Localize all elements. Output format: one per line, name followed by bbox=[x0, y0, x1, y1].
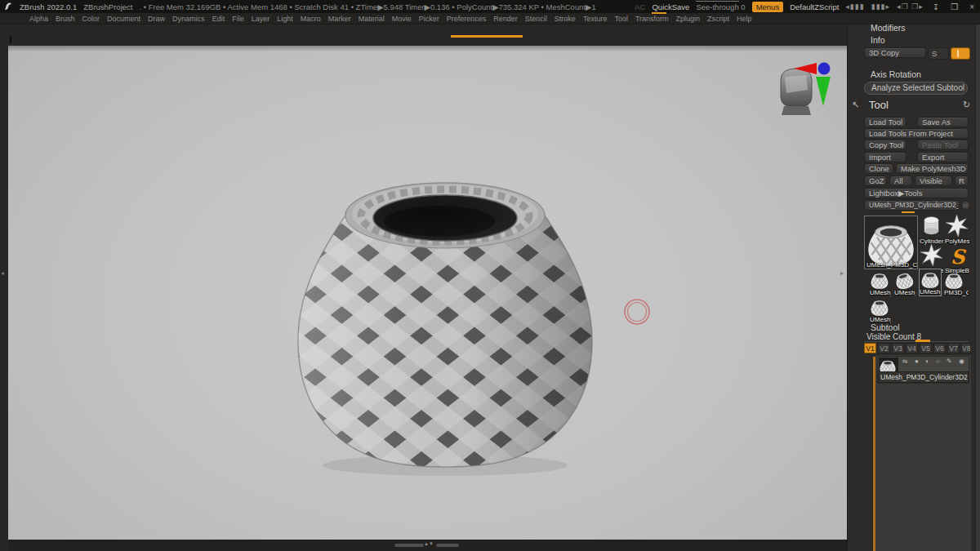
menu-dynamics[interactable]: Dynamics bbox=[172, 15, 205, 23]
subtool-item-icons[interactable]: ⇋ ● ◐ ○ ✎ ◉ bbox=[902, 358, 967, 365]
menu-material[interactable]: Material bbox=[359, 15, 385, 23]
tool-palette-back-icon[interactable]: ↖ bbox=[852, 100, 859, 110]
subtool-item-name[interactable]: UMesh_PM3D_Cylinder3D2_4 bbox=[878, 371, 969, 383]
menu-zplugin[interactable]: Zplugin bbox=[676, 15, 701, 23]
menu-edit[interactable]: Edit bbox=[212, 15, 225, 23]
intensity-slider[interactable] bbox=[951, 47, 970, 60]
minimize-button[interactable]: ↧ bbox=[930, 2, 942, 11]
menus-toggle-button[interactable]: Menus bbox=[752, 2, 784, 12]
menu-tool[interactable]: Tool bbox=[614, 15, 628, 23]
menu-render[interactable]: Render bbox=[493, 15, 518, 23]
left-tray-arrow-icon[interactable]: ◂ bbox=[1, 269, 4, 277]
menu-stencil[interactable]: Stencil bbox=[525, 15, 547, 23]
export-button[interactable]: Export bbox=[917, 152, 969, 162]
goz-all-button[interactable]: All bbox=[889, 176, 912, 186]
subtool-list-item[interactable]: ⇋ ● ◐ ○ ✎ ◉ UMesh_PM3D_Cylinder3D2_4 bbox=[877, 356, 969, 384]
polymesh-star-icon bbox=[945, 214, 969, 238]
menu-color[interactable]: Color bbox=[82, 15, 100, 23]
top-shelf bbox=[0, 24, 847, 46]
goz-button[interactable]: GoZ bbox=[864, 176, 887, 186]
woven-pot-model bbox=[286, 176, 604, 478]
tool-palette-reset-icon[interactable]: ↻ bbox=[963, 100, 970, 110]
close-button[interactable]: × bbox=[967, 2, 977, 11]
subtool-tab-v7[interactable]: V7 bbox=[947, 343, 960, 353]
menu-file[interactable]: File bbox=[232, 15, 244, 23]
hscroll-left-segment[interactable] bbox=[394, 544, 424, 547]
restore-button[interactable]: ❐ bbox=[948, 2, 960, 11]
s-slider-field[interactable]: S bbox=[928, 47, 949, 60]
lightbox-tools-button[interactable]: Lightbox▶Tools bbox=[864, 188, 969, 198]
active-tool-r-button[interactable]: R bbox=[961, 201, 970, 210]
tool-palette-title[interactable]: Tool bbox=[869, 99, 889, 111]
menu-zscript[interactable]: Zscript bbox=[707, 15, 729, 23]
menu-brush[interactable]: Brush bbox=[56, 15, 75, 23]
axis-y-cone[interactable] bbox=[816, 77, 831, 106]
axis-rotation-label[interactable]: Axis Rotation bbox=[871, 69, 921, 79]
umesh-thumb-label-3: UMesh_ bbox=[920, 288, 941, 295]
menu-layer[interactable]: Layer bbox=[252, 15, 270, 23]
tool-thumb-polymesh3d-1[interactable]: PolyMes bbox=[945, 214, 969, 245]
menu-marker[interactable]: Marker bbox=[328, 15, 351, 23]
menu-alpha[interactable]: Alpha bbox=[29, 15, 48, 23]
divider-left-icon[interactable]: ◂▮▮▮ bbox=[845, 2, 864, 11]
brush-cursor bbox=[625, 300, 649, 324]
subtool-tab-v6[interactable]: V6 bbox=[933, 343, 946, 353]
save-as-button[interactable]: Save As bbox=[917, 117, 969, 127]
paste-tool-button: Paste Tool bbox=[917, 140, 969, 150]
menu-stroke[interactable]: Stroke bbox=[555, 15, 576, 23]
default-zscript-button[interactable]: DefaultZScript bbox=[790, 2, 839, 11]
tool-thumb-cylinder[interactable]: Cylinder bbox=[920, 214, 943, 245]
tool-thumb-umesh-1[interactable]: UMesh_ bbox=[870, 270, 891, 296]
menu-macro[interactable]: Macro bbox=[301, 15, 321, 23]
active-tool-name-button[interactable]: UMesh_PM3D_Cylinder3D2_4 bbox=[864, 200, 960, 211]
menu-preferences[interactable]: Preferences bbox=[447, 15, 487, 23]
subtool-tab-v5[interactable]: V5 bbox=[920, 343, 932, 353]
copy-3d-button[interactable]: 3D Copy bbox=[864, 47, 926, 58]
clone-button[interactable]: Clone bbox=[864, 163, 893, 174]
axis-z-sphere[interactable] bbox=[818, 63, 831, 75]
subtool-tab-v8[interactable]: V8 bbox=[961, 343, 971, 353]
layout-docs-icon[interactable]: ◂❐ ❐▸ bbox=[897, 2, 924, 11]
subtool-tab-v2[interactable]: V2 bbox=[878, 343, 890, 353]
menu-movie[interactable]: Movie bbox=[392, 15, 412, 23]
menu-draw[interactable]: Draw bbox=[148, 15, 165, 23]
subtool-tab-v4[interactable]: V4 bbox=[906, 343, 918, 353]
subtool-tab-v3[interactable]: V3 bbox=[892, 343, 904, 353]
analyze-selected-subtool-button[interactable]: Analyze Selected Subtool bbox=[864, 82, 968, 95]
project-name: ZBrushProject bbox=[83, 2, 132, 11]
document-canvas[interactable] bbox=[8, 46, 847, 540]
menu-help[interactable]: Help bbox=[737, 15, 752, 23]
menu-light[interactable]: Light bbox=[277, 15, 293, 23]
active-tool-thumbnail[interactable]: UMesh_PM3D_C bbox=[864, 216, 918, 269]
right-tray-arrow-icon[interactable]: ▸ bbox=[840, 269, 844, 277]
camera-head-gizmo[interactable] bbox=[781, 69, 812, 115]
menu-picker[interactable]: Picker bbox=[419, 15, 439, 23]
see-through-slider[interactable]: See-through bbox=[696, 1, 738, 11]
tool-thumb-umesh-3-selected[interactable]: UMesh_ bbox=[919, 269, 942, 296]
tool-thumb-pm3d[interactable]: PM3D_C bbox=[944, 270, 969, 296]
goz-r-button[interactable]: R bbox=[955, 176, 969, 186]
subtool-section-title[interactable]: Subtool bbox=[871, 322, 900, 332]
make-polymesh3d-button[interactable]: Make PolyMesh3D bbox=[896, 163, 969, 174]
menu-document[interactable]: Document bbox=[107, 15, 140, 23]
load-tool-button[interactable]: Load Tool bbox=[864, 117, 906, 127]
menu-transform[interactable]: Transform bbox=[635, 15, 669, 23]
load-tools-from-project-button[interactable]: Load Tools From Project bbox=[864, 128, 969, 139]
goz-visible-button[interactable]: Visible bbox=[915, 176, 952, 186]
umesh-pot-icon bbox=[920, 269, 940, 289]
left-tray-strip: ◂ bbox=[0, 24, 8, 551]
umesh-pot-icon bbox=[870, 297, 889, 317]
import-button[interactable]: Import bbox=[864, 152, 906, 162]
visible-count-slider[interactable]: Visible Count 8 bbox=[866, 332, 921, 341]
menu-texture[interactable]: Texture bbox=[583, 15, 608, 23]
hscroll-right-segment[interactable] bbox=[436, 544, 459, 547]
hscroll-arrows-icon[interactable]: ▲▼ bbox=[424, 541, 434, 546]
subtool-tab-v1[interactable]: V1 bbox=[864, 343, 876, 353]
copy-tool-button[interactable]: Copy Tool bbox=[864, 140, 906, 150]
tool-thumb-umesh-5[interactable]: UMesh_ bbox=[870, 297, 891, 323]
info-label[interactable]: Info bbox=[871, 35, 885, 45]
panel-scrollbar[interactable] bbox=[975, 13, 980, 551]
quicksave-button[interactable]: QuickSave bbox=[652, 2, 689, 11]
tool-thumb-umesh-2[interactable]: UMesh_ bbox=[894, 270, 915, 296]
divider-right-icon[interactable]: ▮▮▮▸ bbox=[871, 2, 890, 11]
